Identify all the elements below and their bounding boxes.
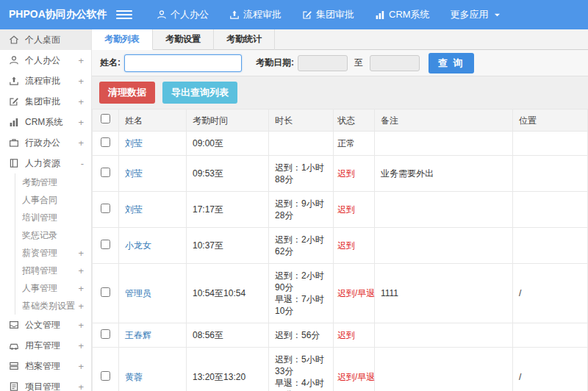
location-cell	[513, 132, 588, 156]
sidebar-item-label: 人力资源	[25, 157, 81, 170]
select-all-checkbox[interactable]	[101, 114, 110, 123]
tab-2[interactable]: 考勤统计	[214, 29, 275, 50]
employee-name-link[interactable]: 刘莹	[125, 138, 143, 148]
name-cell: 小龙女	[119, 228, 187, 264]
sidebar-item[interactable]: 培训管理	[0, 209, 91, 226]
project-icon	[9, 381, 19, 391]
topnav-label: CRM系统	[389, 8, 430, 21]
home-icon	[9, 35, 19, 45]
employee-name-link[interactable]: 黄蓉	[125, 372, 143, 382]
sidebar-item[interactable]: 流程审批+	[0, 71, 91, 91]
sidebar-item[interactable]: 基础类别设置+	[0, 297, 91, 315]
topnav-item[interactable]: 个人办公	[148, 0, 217, 29]
employee-name-link[interactable]: 刘莹	[125, 168, 143, 179]
edit-icon	[302, 10, 312, 20]
status-cell: 迟到/早退	[334, 348, 375, 391]
date-to-label: 至	[354, 57, 363, 69]
export-list-button[interactable]: 导出查询列表	[162, 82, 237, 104]
search-button[interactable]: 查 询	[429, 53, 474, 73]
expand-icon: +	[78, 76, 84, 87]
sidebar-item[interactable]: 集团审批+	[0, 91, 91, 112]
sidebar-item[interactable]: 招聘管理+	[0, 262, 91, 279]
row-checkbox[interactable]	[101, 287, 110, 297]
sidebar-item-label: 档案管理	[25, 360, 78, 373]
sidebar-item[interactable]: 个人办公+	[0, 50, 91, 71]
employee-name-link[interactable]: 小龙女	[125, 240, 151, 251]
name-input[interactable]	[124, 54, 242, 72]
flow-icon	[9, 76, 19, 86]
table-row: 刘莹09:53至迟到：1小时88分迟到业务需要外出	[93, 156, 588, 192]
briefcase-icon	[9, 137, 19, 148]
status-cell: 迟到	[334, 156, 375, 192]
date-from-input[interactable]	[298, 55, 348, 71]
row-checkbox[interactable]	[101, 371, 110, 381]
table-row: 管理员10:54至10:54迟到：2小时90分 早退：7小时10分迟到/早退11…	[93, 264, 588, 323]
duration-cell: 迟到：1小时88分	[269, 156, 334, 192]
date-label: 考勤日期:	[256, 57, 294, 69]
time-cell: 08:56至	[187, 323, 269, 348]
sidebar-item[interactable]: 用车管理+	[0, 335, 91, 356]
user-icon	[157, 10, 167, 20]
edit-icon	[9, 96, 19, 107]
tab-1[interactable]: 考勤设置	[153, 29, 214, 50]
sidebar-item[interactable]: 行政办公+	[0, 132, 91, 153]
sidebar-item-label: 公文管理	[25, 319, 78, 331]
expand-icon: +	[78, 248, 84, 259]
remark-cell: 业务需要外出	[375, 156, 513, 192]
sidebar-item[interactable]: 薪资管理+	[0, 244, 91, 262]
sidebar-item-label: 个人办公	[25, 54, 78, 67]
sidebar-item[interactable]: 人事管理+	[0, 279, 91, 297]
sidebar-item[interactable]: CRM系统+	[0, 112, 91, 132]
sidebar-item-label: 培训管理	[22, 212, 84, 224]
row-checkbox[interactable]	[101, 137, 110, 147]
time-cell: 17:17至	[187, 192, 269, 228]
table-row: 刘莹09:00至正常	[93, 132, 588, 156]
duration-cell	[269, 132, 334, 156]
sidebar-item[interactable]: 考勤管理	[0, 173, 91, 191]
sidebar-item[interactable]: 档案管理+	[0, 356, 91, 376]
sidebar-item[interactable]: 个人桌面	[0, 29, 91, 50]
location-cell	[513, 156, 588, 192]
archive-icon	[9, 361, 19, 371]
duration-cell: 迟到：56分	[269, 323, 334, 348]
remark-cell	[375, 228, 513, 264]
app-logo: PHPOA协同办公软件	[0, 8, 116, 21]
caret-down-icon	[494, 12, 501, 18]
sidebar-item[interactable]: 公文管理+	[0, 315, 91, 335]
book-icon	[9, 158, 19, 168]
row-checkbox[interactable]	[101, 240, 110, 249]
topnav-label: 更多应用	[451, 8, 489, 21]
sidebar-item[interactable]: 人事合同	[0, 191, 91, 209]
sidebar-item-label: 人事合同	[22, 194, 84, 207]
clean-data-button[interactable]: 清理数据	[99, 82, 155, 104]
employee-name-link[interactable]: 刘莹	[125, 204, 143, 215]
col-header-time: 考勤时间	[187, 110, 269, 132]
remark-cell: 1111	[375, 264, 513, 323]
menu-toggle-icon[interactable]	[116, 7, 132, 23]
status-cell: 迟到/早退	[334, 264, 375, 323]
employee-name-link[interactable]: 王春辉	[125, 330, 151, 340]
topnav-item[interactable]: 集团审批	[294, 0, 362, 29]
topnav-item[interactable]: 流程审批	[221, 0, 290, 29]
sidebar-item-label: 项目管理	[25, 381, 78, 391]
sidebar-item-label: 用车管理	[25, 340, 78, 352]
tab-0[interactable]: 考勤列表	[92, 29, 153, 50]
sidebar-item[interactable]: 人力资源-	[0, 153, 91, 173]
duration-cell: 迟到：2小时90分 早退：7小时10分	[269, 264, 334, 323]
name-cell: 刘莹	[119, 192, 187, 228]
row-checkbox[interactable]	[101, 329, 110, 339]
topnav-item[interactable]: 更多应用	[442, 0, 509, 29]
employee-name-link[interactable]: 管理员	[125, 288, 151, 298]
row-checkbox[interactable]	[101, 168, 110, 177]
main-content: 考勤列表考勤设置考勤统计 姓名: 考勤日期: 至 查 询 清理数据 导出查询列表	[92, 29, 588, 391]
date-to-input[interactable]	[370, 55, 420, 71]
sidebar-item[interactable]: 奖惩记录	[0, 226, 91, 244]
table-row: 王春辉08:56至迟到：56分迟到	[93, 323, 588, 348]
topnav-label: 个人办公	[171, 8, 209, 21]
doc-icon	[9, 320, 19, 330]
row-checkbox[interactable]	[101, 204, 110, 213]
topnav: 个人办公流程审批集团审批CRM系统更多应用	[148, 0, 509, 29]
topnav-item[interactable]: CRM系统	[367, 0, 438, 29]
sidebar-item[interactable]: 项目管理+	[0, 376, 91, 391]
remark-cell	[375, 132, 513, 156]
